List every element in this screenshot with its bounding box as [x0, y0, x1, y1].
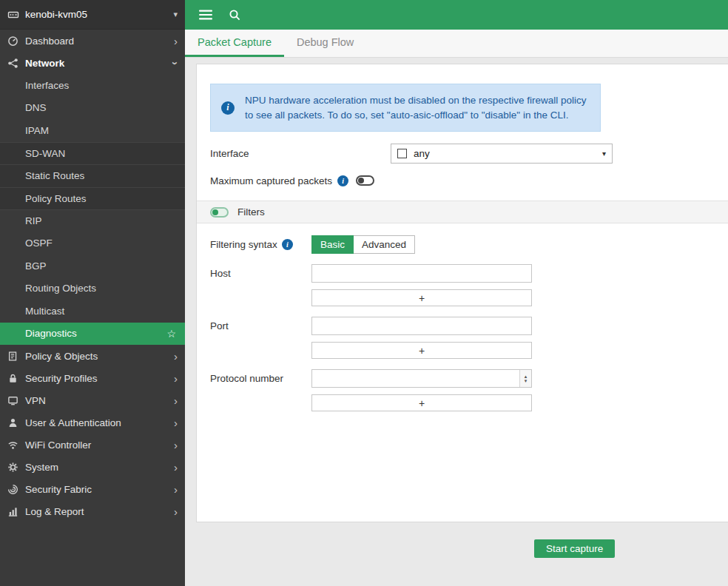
sidebar-item-static-routes[interactable]: Static Routes	[0, 164, 185, 187]
max-packets-toggle[interactable]	[356, 175, 374, 186]
user-icon	[7, 417, 25, 428]
sidebar-item-policy-routes[interactable]: Policy Routes	[0, 187, 185, 210]
protocol-label: Protocol number	[210, 369, 311, 384]
chevron-right-icon: ›	[174, 440, 178, 451]
sidebar-item-multicast[interactable]: Multicast	[0, 300, 185, 323]
chevron-right-icon: ›	[174, 484, 178, 495]
interface-any-checkbox[interactable]	[397, 149, 407, 158]
info-icon: i	[282, 239, 293, 250]
interface-selected-value: any	[414, 148, 430, 159]
chevron-right-icon: ›	[174, 506, 178, 517]
sidebar-item-routing-objects[interactable]: Routing Objects	[0, 277, 185, 300]
favorite-star-icon[interactable]: ☆	[166, 328, 176, 340]
sidebar-item-sd-wan[interactable]: SD-WAN	[0, 142, 185, 165]
sidebar: kenobi-kvm05 ▾ Dashboard › Network › Int…	[0, 0, 185, 586]
protocol-row: Protocol number ▴ ▾ +	[210, 369, 715, 411]
port-input[interactable]	[311, 317, 532, 335]
main-area: Packet Capture Debug Flow i NPU hardware…	[185, 0, 728, 586]
sub-item-label: IPAM	[25, 125, 49, 136]
lock-icon	[7, 373, 25, 384]
add-host-button[interactable]: +	[311, 289, 532, 306]
sidebar-item-rip[interactable]: RIP	[0, 209, 185, 232]
sidebar-item-policy-objects[interactable]: Policy & Objects ›	[0, 345, 185, 367]
spinner-down-icon[interactable]: ▾	[525, 379, 528, 383]
sidebar-item-label: Security Profiles	[25, 373, 174, 384]
max-packets-row: Maximum captured packets i	[210, 172, 715, 189]
sidebar-item-network[interactable]: Network ›	[0, 52, 185, 74]
dashboard-icon	[7, 36, 25, 47]
number-spinner: ▴ ▾	[519, 370, 531, 387]
sub-item-label: Policy Routes	[25, 193, 87, 204]
sub-item-label: OSPF	[25, 238, 53, 249]
port-row: Port +	[210, 317, 715, 359]
sidebar-item-diagnostics[interactable]: Diagnostics ☆	[0, 323, 185, 346]
advanced-syntax-button[interactable]: Advanced	[354, 235, 415, 254]
sub-item-label: SD-WAN	[25, 148, 65, 159]
sidebar-item-system[interactable]: System ›	[0, 456, 185, 478]
sidebar-item-label: Policy & Objects	[25, 351, 174, 362]
sidebar-item-ospf[interactable]: OSPF	[0, 232, 185, 255]
search-icon[interactable]	[229, 9, 241, 21]
host-input[interactable]	[311, 264, 532, 283]
protocol-number-input[interactable]	[311, 369, 532, 388]
sidebar-item-user-authentication[interactable]: User & Authentication ›	[0, 411, 185, 434]
tab-bar: Packet Capture Debug Flow	[185, 30, 728, 58]
tab-packet-capture[interactable]: Packet Capture	[185, 30, 284, 57]
sidebar-item-wifi-controller[interactable]: WiFi Controller ›	[0, 434, 185, 456]
tab-debug-flow[interactable]: Debug Flow	[284, 30, 366, 57]
host-fields: +	[311, 264, 532, 306]
security-fabric-icon	[7, 484, 25, 495]
sidebar-item-bgp[interactable]: BGP	[0, 255, 185, 277]
page-background: i NPU hardware acceleration must be disa…	[185, 58, 728, 586]
protocol-fields: ▴ ▾ +	[311, 369, 532, 411]
device-selector[interactable]: kenobi-kvm05 ▾	[0, 0, 185, 30]
info-icon: i	[221, 101, 235, 115]
sub-item-label: Static Routes	[25, 170, 84, 181]
protocol-number-field: ▴ ▾	[311, 369, 532, 388]
sidebar-item-vpn[interactable]: VPN ›	[0, 389, 185, 411]
sidebar-item-interfaces[interactable]: Interfaces	[0, 74, 185, 97]
caret-down-icon: ▾	[173, 10, 178, 19]
port-fields: +	[311, 317, 532, 359]
sub-item-label: RIP	[25, 215, 42, 226]
basic-syntax-button[interactable]: Basic	[311, 235, 354, 254]
sidebar-item-security-profiles[interactable]: Security Profiles ›	[0, 367, 185, 389]
interface-label: Interface	[210, 148, 391, 159]
host-label: Host	[210, 264, 311, 279]
filters-toggle[interactable]	[210, 207, 229, 218]
chevron-right-icon: ›	[174, 36, 178, 47]
add-port-button[interactable]: +	[311, 342, 532, 359]
chevron-right-icon: ›	[174, 462, 178, 473]
max-packets-label: Maximum captured packets	[210, 175, 332, 186]
toggle-knob	[358, 178, 364, 183]
toggle-knob	[212, 209, 218, 215]
info-icon: i	[337, 175, 348, 186]
menu-icon[interactable]	[199, 10, 212, 20]
topbar	[185, 0, 728, 30]
sidebar-item-dns[interactable]: DNS	[0, 97, 185, 120]
host-row: Host +	[210, 264, 715, 306]
sidebar-item-label: VPN	[25, 395, 174, 406]
app-window: kenobi-kvm05 ▾ Dashboard › Network › Int…	[0, 0, 728, 586]
chevron-right-icon: ›	[174, 417, 178, 428]
alert-text: NPU hardware acceleration must be disabl…	[245, 93, 590, 122]
sidebar-item-security-fabric[interactable]: Security Fabric ›	[0, 478, 185, 500]
sidebar-item-label: WiFi Controller	[25, 440, 174, 451]
monitor-icon	[7, 395, 25, 406]
sub-item-label: Multicast	[25, 306, 64, 317]
sub-item-label: Routing Objects	[25, 283, 96, 294]
sidebar-item-log-report[interactable]: Log & Report ›	[0, 500, 185, 522]
sidebar-item-dashboard[interactable]: Dashboard ›	[0, 30, 185, 52]
sidebar-item-ipam[interactable]: IPAM	[0, 119, 185, 142]
filters-label: Filters	[237, 206, 265, 218]
filtering-syntax-row: Filtering syntax i Basic Advanced	[210, 235, 715, 254]
interface-select[interactable]: any ▾	[391, 144, 613, 164]
interface-row: Interface any ▾	[210, 144, 715, 164]
sub-item-label: DNS	[25, 102, 47, 113]
sidebar-item-label: System	[25, 462, 174, 473]
add-protocol-button[interactable]: +	[311, 394, 532, 411]
sidebar-item-label: User & Authentication	[25, 417, 174, 428]
sidebar-item-label: Network	[25, 58, 174, 69]
start-capture-button[interactable]: Start capture	[534, 539, 615, 558]
policy-objects-icon	[7, 351, 25, 362]
